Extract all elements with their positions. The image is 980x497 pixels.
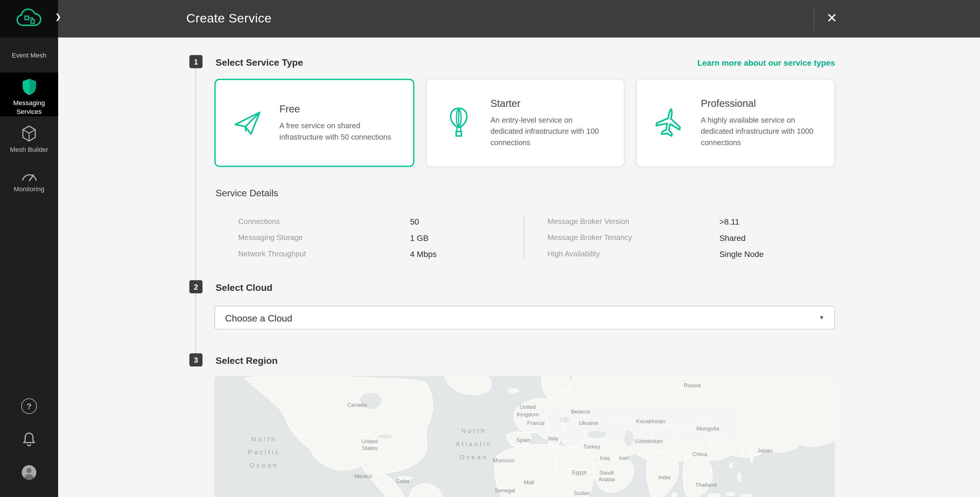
sidebar-item-monitoring[interactable]: Monitoring: [0, 170, 58, 194]
map-ocean-label: NorthAtlanticOcean: [455, 424, 492, 464]
app-logo[interactable]: [0, 0, 58, 37]
map-country-label: Mongolia: [696, 426, 719, 433]
help-glyph: ?: [27, 401, 32, 411]
notifications-button[interactable]: [0, 432, 58, 448]
card-body: Starter An entry-level service on dedica…: [490, 98, 624, 148]
map-country-label: India: [658, 474, 670, 481]
map-country-label: Morocco: [493, 457, 514, 464]
sidebar: Event Mesh Messaging Services Mesh Build…: [0, 0, 58, 497]
user-avatar-icon: [21, 464, 38, 481]
spec-row: Messaging Storage 1 GB: [238, 229, 437, 246]
spec-row: Message Broker Tenancy Shared: [547, 229, 764, 246]
map-country-label: UnitedKingdom: [517, 404, 539, 418]
sidebar-item-messaging-services[interactable]: Messaging Services: [0, 72, 58, 116]
service-details-right-column: Message Broker Version >8.11 Message Bro…: [547, 213, 764, 262]
spec-label: Message Broker Version: [547, 217, 719, 226]
map-country-label: Italy: [548, 435, 558, 443]
sidebar-item-label: Event Mesh: [0, 51, 58, 60]
spec-label: Message Broker Tenancy: [547, 233, 719, 242]
spec-label: Network Throughput: [238, 249, 410, 258]
map-country-label: Mali: [524, 479, 534, 486]
sidebar-item-label: Messaging Services: [0, 99, 58, 116]
map-country-label: Cuba: [396, 478, 409, 485]
map-country-label: Belarus: [571, 409, 590, 416]
step-1-title: Select Service Type: [216, 57, 303, 67]
cloud-select-value: Choose a Cloud: [225, 312, 819, 323]
map-country-label: Mexico: [354, 473, 372, 480]
map-country-label: Japan: [757, 448, 773, 455]
app: Event Mesh Messaging Services Mesh Build…: [0, 0, 980, 497]
help-icon: ?: [21, 398, 37, 414]
map-country-label: UnitedStates: [361, 438, 378, 452]
paper-plane-icon: [231, 107, 264, 139]
map-country-label: Spain: [516, 436, 531, 444]
spec-value: 50: [410, 217, 419, 226]
map-country-label: Iran: [619, 455, 629, 462]
map-country-label: Egypt: [572, 469, 586, 476]
card-title: Professional: [701, 98, 823, 109]
map-country-label: Iraq: [600, 455, 610, 462]
chevron-down-icon: ▼: [819, 314, 824, 321]
map-country-label: SaudiArabia: [598, 470, 615, 484]
card-icon-wrap: [637, 106, 701, 140]
card-body: Free A free service on shared infrastruc…: [279, 104, 413, 142]
card-description: A free service on shared infrastructure …: [279, 120, 395, 142]
card-icon-wrap: [427, 105, 490, 140]
service-details-left-column: Connections 50 Messaging Storage 1 GB Ne…: [238, 213, 437, 262]
spec-row: Message Broker Version >8.11: [547, 213, 764, 229]
sidebar-item-mesh-builder[interactable]: Mesh Builder: [0, 125, 58, 154]
modal-header: Create Service ✕: [58, 0, 980, 37]
account-button[interactable]: [0, 464, 58, 481]
sidebar-expand-chevron[interactable]: ❯: [55, 13, 61, 21]
spec-value: Shared: [719, 233, 746, 242]
header-divider: [814, 8, 814, 30]
sidebar-item-label: Monitoring: [0, 185, 58, 194]
create-service-panel: 1 Select Service Type Learn more about o…: [58, 37, 980, 497]
map-country-label: Ukraine: [579, 420, 598, 427]
step-1-badge: 1: [189, 55, 202, 68]
service-type-card-free[interactable]: Free A free service on shared infrastruc…: [215, 79, 414, 167]
service-type-card-professional[interactable]: Professional A highly available service …: [636, 79, 835, 167]
step-2-title: Select Cloud: [216, 282, 272, 293]
spec-row: Network Throughput 4 Mbps: [238, 246, 437, 262]
map-country-label: Uzbekistan: [635, 438, 662, 445]
bell-icon: [21, 432, 37, 448]
service-details-heading: Service Details: [216, 188, 278, 198]
map-country-label: Russia: [684, 382, 701, 389]
spec-value: >8.11: [719, 217, 739, 226]
close-button[interactable]: ✕: [822, 8, 842, 28]
spec-label: Messaging Storage: [238, 233, 410, 242]
map-country-label: Canada: [347, 401, 367, 408]
card-description: An entry-level service on dedicated infr…: [490, 114, 606, 148]
step-connector-line: [195, 62, 196, 360]
learn-more-link[interactable]: Learn more about our service types: [697, 58, 835, 67]
service-type-card-starter[interactable]: Starter An entry-level service on dedica…: [426, 79, 625, 167]
map-country-label: Kazakhstan: [636, 418, 665, 425]
airplane-icon: [652, 106, 686, 140]
card-title: Free: [279, 104, 402, 115]
region-map[interactable]: RussiaCanadaUnitedKingdomBelarusFranceUk…: [215, 376, 835, 497]
card-title: Starter: [490, 98, 612, 109]
sidebar-item-event-mesh[interactable]: Event Mesh: [0, 51, 58, 60]
hot-air-balloon-icon: [443, 105, 474, 140]
spec-label: High Availability: [547, 249, 719, 258]
map-country-label: China: [692, 451, 707, 458]
sidebar-item-label: Mesh Builder: [0, 146, 58, 154]
spec-row: High Availability Single Node: [547, 246, 764, 262]
spec-column-divider: [524, 216, 525, 260]
map-country-label: Thailand: [695, 481, 717, 489]
spec-row: Connections 50: [238, 213, 437, 229]
spec-value: 1 GB: [410, 233, 428, 242]
solace-cloud-logo-icon: [14, 7, 43, 31]
card-icon-wrap: [216, 107, 279, 139]
cloud-select[interactable]: Choose a Cloud ▼: [215, 306, 835, 330]
map-ocean-label: NorthPacificOcean: [248, 432, 280, 472]
step-3-badge: 3: [189, 353, 202, 366]
spec-label: Connections: [238, 217, 410, 226]
card-description: A highly available service on dedicated …: [701, 114, 816, 148]
map-country-label: Turkey: [583, 444, 600, 451]
help-button[interactable]: ?: [0, 398, 58, 414]
spec-value: 4 Mbps: [410, 249, 437, 258]
card-body: Professional A highly available service …: [701, 98, 834, 148]
map-country-label: Sudan: [574, 490, 590, 497]
